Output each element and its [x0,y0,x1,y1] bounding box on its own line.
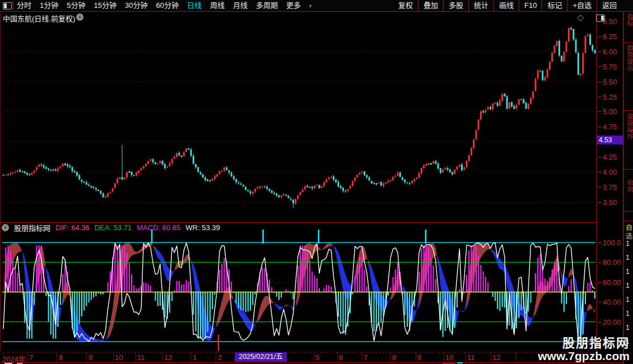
axis-minitick [376,352,377,353]
layout-toggle-button[interactable] [2,1,13,10]
axis-minitick [502,352,502,353]
axis-minitick [433,352,434,353]
chart-title: 中国东航(日线.前复权) [3,13,75,24]
more-arrow-icon[interactable]: › [309,2,311,10]
toolbar-button-返回[interactable]: 返回 [597,0,622,11]
axis-minitick [367,352,368,353]
strip-code-digit: 1 [626,324,630,332]
month-label-8: 8 [59,353,63,362]
axis-minitick [198,352,198,353]
axis-minitick [493,352,494,353]
title-dropdown-icon[interactable]: ∨ [76,13,83,21]
month-label-2: 2 [218,353,222,362]
axis-minitick [60,352,60,353]
axis-minitick [301,352,302,353]
price-tick [598,97,601,97]
candlestick-chart[interactable] [0,12,597,223]
period-tab-多周期[interactable]: 多周期 [256,0,278,11]
top-toolbar: 分时1分钟5分钟15分钟30分钟60分钟日线周线月线多周期更多› 复权叠加多股统… [0,0,633,12]
price-tick [598,52,601,52]
axis-minitick [474,352,474,353]
period-tab-分时[interactable]: 分时 [17,0,31,11]
month-separator [337,352,338,362]
axis-minitick [421,352,421,353]
strip-separator [623,169,633,170]
strip-code-digit: 1 [626,254,630,262]
strip-watchlist-label2: 选 [626,231,632,240]
axis-minitick [443,352,443,353]
axis-minitick [323,352,324,353]
indicator-value-WR: WR: 53.39 [185,223,220,232]
osc-tick [598,302,601,302]
period-tab-更多[interactable]: 更多 [286,0,301,11]
axis-minitick [402,352,402,353]
axis-minitick [138,352,139,353]
axis-minitick [85,352,86,353]
toolbar-button-标记[interactable]: 标记 [542,0,567,11]
period-tab-60分钟[interactable]: 60分钟 [156,0,178,11]
sidebar-toggle-icon [3,2,12,10]
axis-minitick [295,352,296,353]
price-tick-label: 4.00 [603,168,623,177]
period-tab-周线[interactable]: 周线 [210,0,225,11]
toolbar-button-多股[interactable]: 多股 [443,0,468,11]
strip-separator [623,221,633,221]
period-tab-30分钟[interactable]: 30分钟 [125,0,147,11]
strip-code-digit: 1 [626,240,630,248]
strip-separator [623,43,633,43]
toolbar-button-F10[interactable]: F10 [519,0,542,11]
osc-tick-label: 20.00 [603,318,623,327]
axis-minitick [119,352,120,353]
axis-minitick [94,352,95,353]
axis-minitick [480,352,481,353]
period-tab-1分钟[interactable]: 1分钟 [40,0,58,11]
month-label-6: 6 [339,353,343,362]
axis-minitick [308,352,308,353]
axis-minitick [530,352,531,353]
axis-minitick [383,352,384,353]
axis-minitick [486,352,487,353]
watermark: 股朋指标网 www.7gpzb.com [538,337,630,362]
axis-minitick [110,352,110,353]
toolbar-button-统计[interactable]: 统计 [468,0,494,11]
axis-minitick [339,352,339,353]
toolbar-button-画线[interactable]: 画线 [494,0,519,11]
axis-minitick [521,352,522,353]
period-tab-5分钟[interactable]: 5分钟 [67,0,85,11]
axis-minitick [47,352,48,353]
axis-minitick [125,352,126,353]
indicator-dropdown-icon[interactable]: ∨ [2,224,9,231]
axis-minitick [107,352,108,353]
axis-minitick [204,352,204,353]
osc-tick [598,262,601,263]
period-tab-日线[interactable]: 日线 [187,0,202,11]
month-separator [444,352,444,362]
axis-minitick [10,352,10,353]
axis-minitick [69,352,70,353]
price-tick [598,202,601,203]
period-tab-15分钟[interactable]: 15分钟 [94,0,116,11]
oscillator-chart[interactable] [0,223,597,352]
month-separator [162,352,162,362]
indicator-name[interactable]: 股朋指标网 [14,222,50,233]
axis-minitick [157,352,157,353]
month-label-10: 10 [115,353,123,362]
toolbar-button-+自选[interactable]: +自选 [567,0,597,11]
toolbar-button-叠加[interactable]: 叠加 [418,0,443,11]
month-label-9: 9 [417,353,421,362]
axis-minitick [145,352,145,353]
axis-minitick [430,352,431,353]
price-marker-badge: 4.53 [597,136,625,144]
price-tick-label: 5.50 [603,78,623,87]
axis-minitick [490,352,490,353]
diamond-icon[interactable]: ◇ [577,12,584,22]
toolbar-button-复权[interactable]: 复权 [393,0,418,11]
right-side-strip[interactable]: 自 选 指标趋势提示波段操作动向11111111 [623,0,633,364]
axis-minitick [151,352,151,353]
price-tick-label: 3.50 [603,198,623,207]
strip-vertical-text: 动向 [625,179,633,193]
axis-minitick [44,352,45,353]
axis-minitick [515,352,515,353]
period-tab-月线[interactable]: 月线 [233,0,248,11]
month-separator [516,352,516,362]
